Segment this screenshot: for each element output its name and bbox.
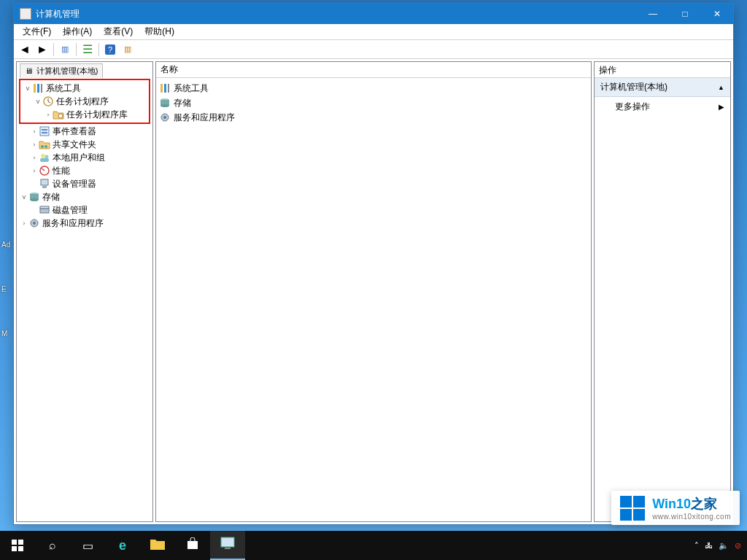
tree-node-services-apps[interactable]: › 服务和应用程序 — [18, 217, 151, 230]
submenu-arrow-icon: ▶ — [719, 103, 724, 111]
computer-management-window: 计算机管理 — □ ✕ 文件(F) 操作(A) 查看(V) 帮助(H) ◄ ► … — [13, 3, 734, 525]
svg-rect-31 — [187, 541, 198, 549]
back-button[interactable]: ◄ — [17, 42, 33, 58]
properties-button[interactable]: ☰ — [80, 42, 96, 58]
tree-node-performance[interactable]: › 性能 — [18, 164, 151, 177]
store-button[interactable] — [175, 531, 210, 560]
tree-node-task-scheduler-library[interactable]: › 任务计划程序库 — [22, 108, 147, 121]
expand-icon[interactable]: › — [30, 141, 39, 148]
menu-view[interactable]: 查看(V) — [98, 24, 139, 39]
properties-icon: ☰ — [82, 42, 93, 56]
device-manager-icon — [39, 178, 50, 190]
arrow-right-icon: ► — [36, 43, 48, 56]
annotation-highlight: v 系统工具 v 任务计划程序 › 任务计划程序库 — [19, 79, 150, 124]
tree-node-local-users-groups[interactable]: › 本地用户和组 — [18, 151, 151, 164]
menu-action[interactable]: 操作(A) — [57, 24, 98, 39]
tree-node-storage[interactable]: v 存储 — [18, 190, 151, 203]
collapse-icon[interactable]: v — [23, 85, 32, 92]
watermark: Win10之家 www.win10xitong.com — [611, 491, 740, 525]
separator — [53, 43, 54, 56]
taskbar[interactable]: ⌕ ▭ e ˄ 🖧 🔈 ⊘ — [0, 531, 747, 560]
help-button[interactable]: ? — [102, 42, 118, 58]
svg-point-28 — [160, 104, 169, 107]
expand-icon[interactable]: › — [30, 154, 39, 161]
tray-chevron-icon[interactable]: ˄ — [694, 541, 699, 551]
minimize-button[interactable]: — — [637, 4, 669, 24]
forward-button[interactable]: ► — [34, 42, 50, 58]
actions-header: 操作 — [595, 62, 730, 78]
start-button[interactable] — [0, 531, 35, 560]
svg-rect-12 — [40, 158, 49, 162]
tools-icon — [32, 82, 44, 94]
close-button[interactable]: ✕ — [701, 4, 733, 24]
store-icon — [186, 537, 199, 553]
tree-node-device-manager[interactable]: 设备管理器 — [18, 177, 151, 190]
system-tray[interactable]: ˄ 🖧 🔈 ⊘ — [694, 541, 747, 551]
maximize-button[interactable]: □ — [669, 4, 701, 24]
svg-rect-0 — [34, 84, 36, 93]
tree-node-task-scheduler[interactable]: v 任务计划程序 — [22, 95, 147, 108]
tree-node-system-tools[interactable]: v 系统工具 — [22, 82, 147, 95]
arrow-left-icon: ◄ — [19, 43, 31, 56]
disk-icon — [39, 204, 50, 216]
windows-logo-icon — [620, 496, 645, 521]
toolbar: ◄ ► ▥ ☰ ? ▥ — [14, 40, 733, 59]
window-title: 计算机管理 — [36, 8, 637, 20]
storage-icon — [28, 191, 40, 203]
expand-icon[interactable]: › — [30, 167, 39, 174]
search-button[interactable]: ⌕ — [35, 531, 70, 560]
separator — [76, 43, 77, 56]
help-icon: ? — [105, 44, 115, 55]
expand-icon[interactable]: › — [30, 128, 39, 135]
tree-pane: 🖥 计算机管理(本地) v 系统工具 v 任务计划程序 › — [16, 61, 153, 522]
expand-icon[interactable]: › — [20, 219, 28, 227]
expand-icon[interactable]: › — [44, 111, 53, 118]
computer-management-taskbar-button[interactable] — [210, 531, 245, 560]
edge-button[interactable]: e — [105, 531, 140, 560]
blocked-icon[interactable]: ⊘ — [735, 541, 741, 551]
tree-node-disk-management[interactable]: 磁盘管理 — [18, 203, 151, 217]
svg-rect-33 — [225, 548, 231, 549]
storage-icon — [159, 97, 171, 109]
event-viewer-icon — [39, 125, 50, 137]
list-item[interactable]: 系统工具 — [159, 81, 588, 96]
menu-help[interactable]: 帮助(H) — [139, 24, 180, 39]
svg-rect-19 — [40, 209, 49, 213]
watermark-url: www.win10xitong.com — [652, 513, 731, 521]
column-header-name[interactable]: 名称 — [156, 62, 591, 78]
desktop-icon-labels: Ad E M — [1, 241, 10, 374]
action-pane-icon: ▥ — [124, 44, 131, 54]
more-actions-item[interactable]: 更多操作 ▶ — [595, 97, 730, 117]
search-icon: ⌕ — [49, 539, 56, 552]
tree-node-shared-folders[interactable]: › 共享文件夹 — [18, 138, 151, 151]
list-item[interactable]: 存储 — [159, 96, 588, 110]
menu-file[interactable]: 文件(F) — [17, 24, 57, 39]
svg-rect-32 — [221, 537, 234, 547]
titlebar[interactable]: 计算机管理 — □ ✕ — [14, 4, 733, 24]
svg-rect-14 — [41, 179, 48, 185]
show-hide-tree-button[interactable]: ▥ — [57, 42, 73, 58]
folder-icon — [150, 538, 165, 553]
svg-point-30 — [163, 116, 166, 119]
collapse-section-icon[interactable]: ▲ — [718, 84, 724, 91]
tree-root-node[interactable]: 🖥 计算机管理(本地) — [20, 63, 103, 78]
actions-context-label[interactable]: 计算机管理(本地) ▲ — [595, 78, 730, 97]
collapse-icon[interactable]: v — [20, 193, 28, 201]
action-pane-button[interactable]: ▥ — [120, 42, 136, 58]
svg-rect-7 — [42, 132, 47, 133]
svg-rect-1 — [37, 84, 39, 93]
users-icon — [39, 152, 50, 163]
tree-node-event-viewer[interactable]: › 事件查看器 — [18, 125, 151, 138]
collapse-icon[interactable]: v — [34, 98, 42, 105]
performance-icon — [39, 165, 50, 176]
clock-icon — [42, 96, 54, 107]
watermark-brand: Win10之家 — [652, 497, 717, 511]
network-icon[interactable]: 🖧 — [705, 541, 713, 550]
task-view-icon: ▭ — [82, 539, 93, 553]
list-item[interactable]: 服务和应用程序 — [159, 110, 588, 125]
task-view-button[interactable]: ▭ — [70, 531, 105, 560]
volume-icon[interactable]: 🔈 — [719, 541, 729, 551]
file-explorer-button[interactable] — [140, 531, 175, 560]
tree-pane-icon: ▥ — [61, 44, 69, 54]
computer-management-icon: 🖥 — [25, 66, 33, 75]
